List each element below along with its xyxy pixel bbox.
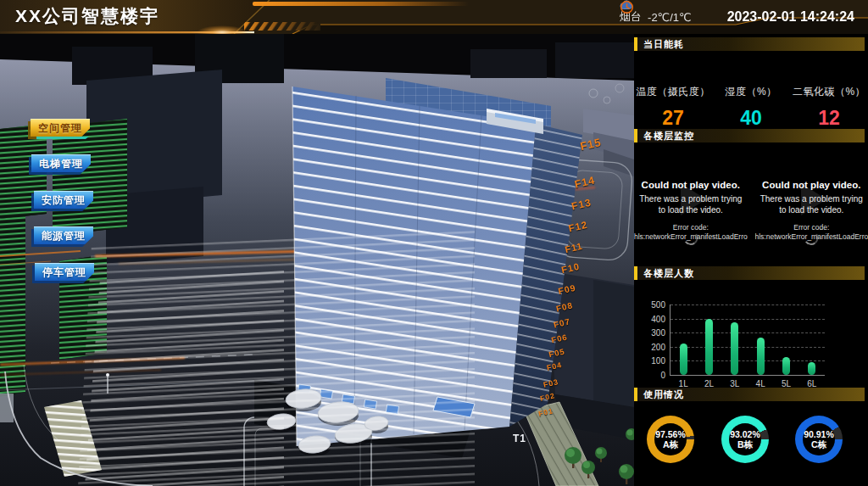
menu-button-parking[interactable]: 停车管理 [35, 263, 94, 281]
video-player-2[interactable]: Could not play video. There was a proble… [755, 144, 868, 256]
floor-people-chart: 01002003004005001L2L3L4L5L6L [634, 284, 868, 394]
bar-chart-plot: 01002003004005001L2L3L4L5L6L [670, 304, 825, 376]
section-header-usage: 使用情况 [634, 388, 865, 401]
error-code-value: hls:networkError_manifestLoadError [634, 232, 748, 242]
video-player-1[interactable]: Could not play video. There was a proble… [634, 144, 748, 256]
donut-percent: 93.02% [730, 429, 760, 439]
stat-value: 27 [634, 107, 712, 130]
donut-building-a: 97.56% A栋 [647, 416, 694, 463]
stat-temperature: 温度（摄氏度） 27 [634, 85, 712, 130]
weather-datetime-bar: 烟台 -2℃/1℃ 2023-02-01 14:24:24 [620, 0, 854, 34]
error-code-value: hls:networkError_manifestLoadError [755, 232, 868, 242]
donut-building-c: 90.91% C栋 [795, 416, 843, 463]
floor-monitor-videos: Could not play video. There was a proble… [634, 144, 868, 256]
y-axis-tick: 500 [651, 300, 665, 310]
menu-button-label: 空间管理 [31, 119, 90, 137]
stat-label: 二氧化碳（%） [790, 85, 868, 99]
stat-co2: 二氧化碳（%） 12 [790, 85, 868, 130]
menu-button-energy[interactable]: 能源管理 [34, 226, 93, 244]
page-title: XX公司智慧楼宇 [15, 4, 159, 28]
section-header-people: 各楼层人数 [634, 266, 865, 280]
stat-label: 温度（摄氏度） [634, 85, 712, 99]
section-header-monitor: 各楼层监控 [634, 129, 865, 142]
donut-name: C栋 [811, 439, 826, 450]
donut-label: 93.02% B栋 [729, 423, 761, 455]
bar [705, 319, 713, 375]
bar [731, 322, 738, 375]
stat-value: 40 [712, 107, 790, 130]
menu-button-label: 电梯管理 [31, 154, 91, 172]
video-error-message: There was a problem trying to load the v… [760, 194, 864, 215]
donut-label: 97.56% A栋 [654, 423, 687, 455]
y-axis-tick: 200 [651, 342, 665, 351]
3d-city-scene[interactable]: F15F14F13F12F11F10F09F08F07F06F05F04F03F… [0, 34, 634, 486]
donut-percent: 90.91% [804, 429, 834, 439]
stat-label: 湿度（%） [712, 85, 790, 99]
stat-humidity: 湿度（%） 40 [712, 85, 790, 130]
stat-value: 12 [790, 107, 868, 130]
menu-button-security[interactable]: 安防管理 [34, 191, 93, 209]
video-error-message: There was a problem trying to load the v… [638, 194, 743, 215]
gridline [670, 347, 825, 348]
section-header-energy: 当日能耗 [634, 37, 865, 51]
donut-name: B栋 [737, 439, 753, 450]
y-axis-tick: 300 [651, 328, 665, 338]
bar [808, 362, 815, 375]
energy-stats: 温度（摄氏度） 27 湿度（%） 40 二氧化碳（%） 12 [634, 85, 868, 130]
side-menu: 空间管理 电梯管理 安防管理 能源管理 停车管理 [31, 119, 92, 288]
gridline [670, 304, 825, 305]
error-code-label: Error code: [634, 223, 748, 232]
top-header: XX公司智慧楼宇 烟台 -2℃/1℃ 2023-02-01 14:24:24 [0, 0, 868, 34]
right-dashboard-panel: 当日能耗 温度（摄氏度） 27 湿度（%） 40 二氧化碳（%） 12 各楼层监… [634, 34, 868, 486]
usage-donuts: 97.56% A栋 93.02% B栋 90.91% C栋 [634, 414, 868, 486]
gridline [670, 332, 825, 333]
bar [782, 357, 790, 375]
donut-label: 90.91% C栋 [803, 423, 835, 455]
bar [757, 338, 765, 375]
menu-button-space[interactable]: 空间管理 [31, 119, 90, 137]
donut-building-b: 93.02% B栋 [721, 416, 769, 463]
video-error-code: Error code: hls:networkError_manifestLoa… [634, 223, 748, 243]
menu-button-elevator[interactable]: 电梯管理 [31, 154, 91, 172]
donut-percent: 97.56% [655, 429, 686, 439]
gridline [670, 360, 825, 361]
y-axis-tick: 400 [651, 314, 665, 323]
datetime: 2023-02-01 14:24:24 [727, 9, 854, 25]
video-error-title: Could not play video. [642, 180, 740, 190]
video-error-code: Error code: hls:networkError_manifestLoa… [755, 223, 868, 243]
menu-button-label: 停车管理 [35, 263, 94, 281]
podium-wireframe [78, 229, 475, 486]
video-error-title: Could not play video. [762, 180, 860, 190]
bar [680, 344, 687, 375]
menu-button-label: 能源管理 [34, 226, 93, 244]
y-axis-tick: 0 [660, 371, 665, 380]
y-axis-tick: 100 [651, 356, 665, 366]
gridline [670, 319, 825, 320]
city-illustration [0, 34, 634, 486]
smart-building-dashboard: F15F14F13F12F11F10F09F08F07F06F05F04F03F… [0, 0, 868, 486]
donut-name: A栋 [663, 439, 678, 450]
error-code-label: Error code: [755, 223, 868, 232]
tower-id-label: T1 [513, 433, 526, 444]
temperature-range: -2℃/1℃ [648, 11, 692, 24]
menu-button-label: 安防管理 [34, 191, 93, 209]
